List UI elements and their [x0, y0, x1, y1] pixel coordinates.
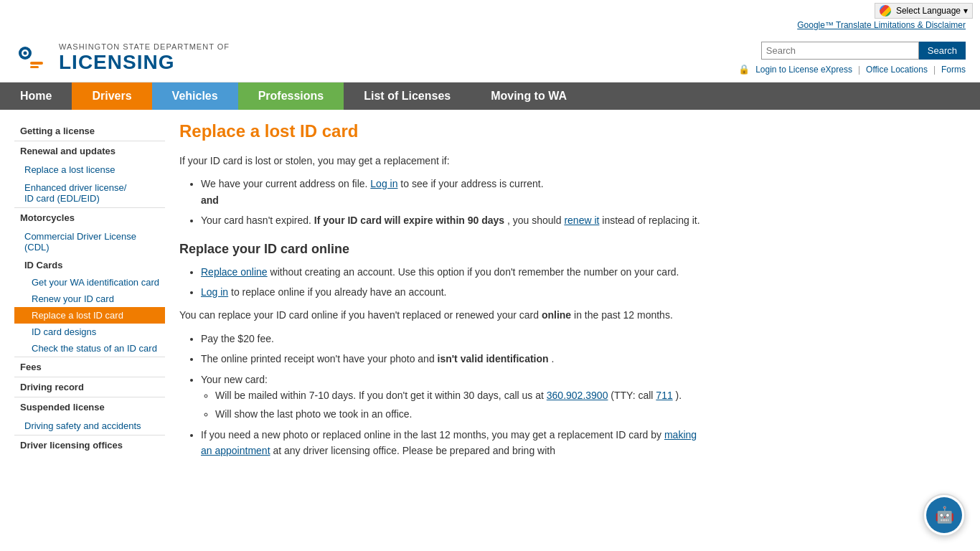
pipe-divider2: |	[933, 65, 936, 75]
translate-button[interactable]: Select Language ▾	[875, 3, 973, 19]
condition-2: Your card hasn't expired. If your ID car…	[201, 212, 710, 228]
sidebar-item-suspended[interactable]: Suspended license	[14, 397, 165, 417]
online-para: You can replace your ID card online if y…	[179, 307, 710, 323]
sidebar-item-driving-record[interactable]: Driving record	[14, 377, 165, 397]
logo-area: WASHINGTON STATE DEPARTMENT OF LICENSING	[14, 40, 230, 76]
phone-link[interactable]: 360.902.3900	[547, 390, 608, 401]
log-in-link-2[interactable]: Log in	[201, 286, 228, 298]
intro-text: If your ID card is lost or stolen, you m…	[179, 153, 710, 169]
online-option-1: Replace online without creating an accou…	[201, 264, 710, 280]
nav-vehicles[interactable]: Vehicles	[152, 83, 238, 110]
nav-list-of-licenses[interactable]: List of Licenses	[344, 83, 471, 110]
sidebar-item-driver-offices[interactable]: Driver licensing offices	[14, 435, 165, 455]
header-links: 🔒 Login to License eXpress | Office Loca…	[738, 64, 966, 75]
svg-rect-3	[30, 62, 43, 65]
sub-bullet-mail: Will be mailed within 7-10 days. If you …	[215, 387, 710, 403]
new-card-sub-list: Will be mailed within 7-10 days. If you …	[215, 387, 710, 423]
sidebar-item-get-wa-id[interactable]: Get your WA identification card	[14, 274, 165, 291]
sidebar-item-enhanced-driver[interactable]: Enhanced driver license/ID card (EDL/EID…	[14, 179, 165, 207]
sidebar-item-cdl[interactable]: Commercial Driver License (CDL)	[14, 227, 165, 256]
page-title: Replace a lost ID card	[179, 121, 710, 141]
sidebar-item-replace-lost-license[interactable]: Replace a lost license	[14, 161, 165, 179]
lock-icon: 🔒	[738, 64, 750, 75]
details-list: Pay the $20 fee. The online printed rece…	[201, 331, 710, 459]
sub-bullet-photo: Will show the last photo we took in an o…	[215, 406, 710, 422]
logo-department: WASHINGTON STATE DEPARTMENT OF	[59, 42, 230, 51]
renew-it-link[interactable]: renew it	[564, 215, 599, 226]
sidebar-item-driving-safety[interactable]: Driving safety and accidents	[14, 417, 165, 435]
pipe-divider: |	[858, 65, 860, 75]
forms-link[interactable]: Forms	[941, 65, 966, 75]
receipt-bullet: The online printed receipt won't have yo…	[201, 351, 710, 367]
search-button[interactable]: Search	[919, 42, 966, 60]
sidebar-item-renewal[interactable]: Renewal and updates	[14, 141, 165, 161]
conditions-list: We have your current address on file. Lo…	[201, 176, 710, 228]
log-in-link-1[interactable]: Log in	[370, 178, 397, 189]
nav-drivers[interactable]: Drivers	[72, 83, 151, 110]
translate-disclaimer-link[interactable]: Google™ Translate Limitations & Disclaim…	[797, 20, 966, 30]
new-card-item: Your new card: Will be mailed within 7-1…	[201, 372, 710, 423]
office-locations-link[interactable]: Office Locations	[866, 65, 928, 75]
online-option-2: Log in to replace online if you already …	[201, 284, 710, 300]
main-content: Replace a lost ID card If your ID card i…	[179, 121, 710, 466]
condition-1: We have your current address on file. Lo…	[201, 176, 710, 208]
logo-text: WASHINGTON STATE DEPARTMENT OF LICENSING	[59, 42, 230, 74]
search-form: Search	[761, 42, 966, 60]
select-language-label: Select Language	[896, 6, 961, 16]
nav-professions[interactable]: Professions	[238, 83, 344, 110]
chevron-down-icon: ▾	[963, 6, 968, 16]
header-right: Search 🔒 Login to License eXpress | Offi…	[738, 42, 966, 75]
sidebar: Getting a license Renewal and updates Re…	[14, 121, 165, 466]
sidebar-item-fees[interactable]: Fees	[14, 357, 165, 377]
appointment-bullet: If you need a new photo or replaced onli…	[201, 427, 710, 459]
sidebar-item-motorcycles[interactable]: Motorcycles	[14, 207, 165, 227]
sidebar-item-replace-lost-id[interactable]: Replace a lost ID card	[14, 307, 165, 324]
logo-icon	[14, 40, 50, 76]
sidebar-item-id-designs[interactable]: ID card designs	[14, 324, 165, 340]
replace-online-link[interactable]: Replace online	[201, 266, 268, 278]
fee-bullet: Pay the $20 fee.	[201, 331, 710, 347]
logo-licensing: LICENSING	[59, 51, 230, 74]
tty-link[interactable]: 711	[656, 390, 672, 401]
sidebar-item-getting-license[interactable]: Getting a license	[14, 121, 165, 141]
section-online-title: Replace your ID card online	[179, 242, 710, 257]
sidebar-item-renew-id[interactable]: Renew your ID card	[14, 291, 165, 307]
nav-home[interactable]: Home	[0, 83, 72, 110]
sidebar-item-check-id-status[interactable]: Check the status of an ID card	[14, 340, 165, 357]
login-link[interactable]: Login to License eXpress	[755, 65, 852, 75]
svg-rect-4	[30, 66, 39, 68]
sidebar-item-id-cards[interactable]: ID Cards	[14, 256, 165, 274]
main-nav: Home Drivers Vehicles Professions List o…	[0, 83, 980, 110]
online-options-list: Replace online without creating an accou…	[201, 264, 710, 301]
search-input[interactable]	[761, 42, 919, 60]
svg-point-2	[24, 52, 27, 55]
nav-moving-to-wa[interactable]: Moving to WA	[471, 83, 587, 110]
google-icon	[880, 5, 891, 17]
